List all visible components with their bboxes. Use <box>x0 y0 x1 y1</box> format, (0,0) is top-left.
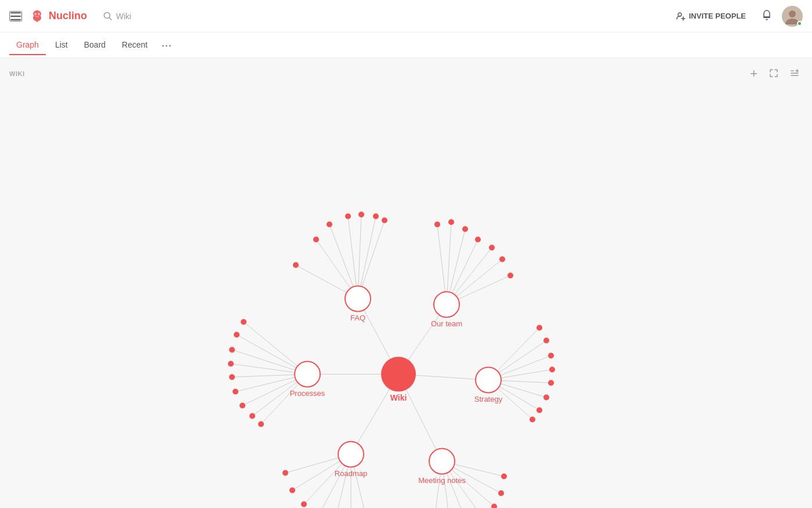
svg-point-76 <box>530 417 535 423</box>
svg-point-85 <box>289 488 295 493</box>
svg-point-23 <box>313 237 319 243</box>
toolbar-actions: + <box>746 65 803 82</box>
tab-recent[interactable]: Recent <box>115 35 154 55</box>
svg-point-57 <box>233 389 238 395</box>
svg-point-55 <box>228 361 234 367</box>
graph-canvas[interactable]: Wiki FAQ Our team Processes Strategy Roa… <box>0 89 812 508</box>
svg-point-52 <box>241 319 246 325</box>
svg-point-0 <box>34 12 37 15</box>
app-header: Nuclino Wiki INVITE PEOPLE <box>0 0 812 33</box>
search-icon <box>103 12 113 21</box>
svg-point-70 <box>543 338 549 344</box>
svg-point-59 <box>249 413 255 419</box>
svg-point-103 <box>498 491 504 496</box>
node-meetingnotes[interactable] <box>429 449 455 474</box>
wiki-section-label: WIKI <box>9 70 24 77</box>
svg-point-102 <box>491 504 497 509</box>
svg-point-36 <box>434 222 440 228</box>
svg-point-1 <box>38 12 40 15</box>
main-content: WIKI + <box>0 58 812 508</box>
svg-point-69 <box>536 325 542 331</box>
add-button[interactable]: + <box>746 65 761 82</box>
expand-icon <box>769 69 778 78</box>
svg-point-25 <box>345 214 351 219</box>
node-ourteam[interactable] <box>434 292 459 318</box>
node-roadmap-label: Roadmap <box>335 469 367 478</box>
tab-board[interactable]: Board <box>77 35 113 55</box>
svg-point-27 <box>373 214 379 219</box>
collapse-button[interactable] <box>786 66 803 82</box>
graph-toolbar: WIKI + <box>0 58 812 89</box>
svg-point-42 <box>507 273 513 279</box>
svg-point-74 <box>543 395 549 401</box>
svg-point-22 <box>293 262 299 268</box>
node-meetingnotes-label: Meeting notes <box>418 476 466 485</box>
svg-point-73 <box>548 380 554 386</box>
user-avatar-wrapper[interactable] <box>782 6 803 27</box>
svg-point-28 <box>382 218 387 224</box>
svg-point-40 <box>489 245 495 251</box>
bell-icon <box>761 9 773 21</box>
svg-point-71 <box>548 353 554 359</box>
svg-point-86 <box>301 502 307 507</box>
node-strategy[interactable] <box>476 368 501 393</box>
node-strategy-label: Strategy <box>474 395 503 403</box>
svg-point-8 <box>789 10 796 17</box>
svg-point-24 <box>327 222 332 228</box>
node-wiki[interactable] <box>381 357 416 392</box>
svg-point-53 <box>234 332 240 338</box>
header-left: Nuclino Wiki <box>9 8 131 24</box>
svg-point-26 <box>358 212 364 218</box>
node-ourteam-label: Our team <box>431 319 462 328</box>
logo-text: Nuclino <box>49 10 87 22</box>
svg-point-41 <box>499 257 505 262</box>
node-wiki-label: Wiki <box>390 393 407 402</box>
svg-point-38 <box>462 226 468 232</box>
svg-point-72 <box>549 367 555 373</box>
svg-point-54 <box>229 347 235 353</box>
search-area[interactable]: Wiki <box>103 12 131 21</box>
online-status-dot <box>797 21 802 26</box>
brain-icon <box>29 8 45 24</box>
expand-button[interactable] <box>766 66 782 82</box>
svg-point-75 <box>536 408 542 413</box>
node-faq[interactable] <box>345 286 371 312</box>
svg-point-37 <box>448 219 454 225</box>
tab-graph[interactable]: Graph <box>9 35 46 55</box>
svg-point-104 <box>501 474 507 480</box>
svg-point-39 <box>475 237 481 243</box>
tab-list[interactable]: List <box>48 35 75 55</box>
node-roadmap[interactable] <box>338 442 364 467</box>
graph-svg: Wiki FAQ Our team Processes Strategy Roa… <box>0 89 812 508</box>
header-right: INVITE PEOPLE <box>670 6 803 27</box>
notification-button[interactable] <box>761 9 773 23</box>
node-processes[interactable] <box>295 362 320 387</box>
node-faq-label: FAQ <box>350 314 365 322</box>
svg-point-60 <box>258 421 264 427</box>
tab-more-button[interactable]: ⋯ <box>157 37 176 54</box>
svg-point-4 <box>678 13 682 16</box>
svg-line-3 <box>110 17 112 20</box>
svg-point-58 <box>240 403 245 409</box>
search-label: Wiki <box>116 12 131 21</box>
svg-point-84 <box>282 470 288 476</box>
svg-point-56 <box>229 374 235 380</box>
collapse-icon <box>790 69 799 78</box>
logo[interactable]: Nuclino <box>29 8 87 24</box>
node-processes-label: Processes <box>290 389 325 398</box>
menu-button[interactable] <box>9 11 22 21</box>
invite-icon <box>676 12 686 21</box>
invite-people-button[interactable]: INVITE PEOPLE <box>670 8 752 24</box>
invite-label: INVITE PEOPLE <box>689 12 746 20</box>
view-tabs: Graph List Board Recent ⋯ <box>0 33 812 58</box>
